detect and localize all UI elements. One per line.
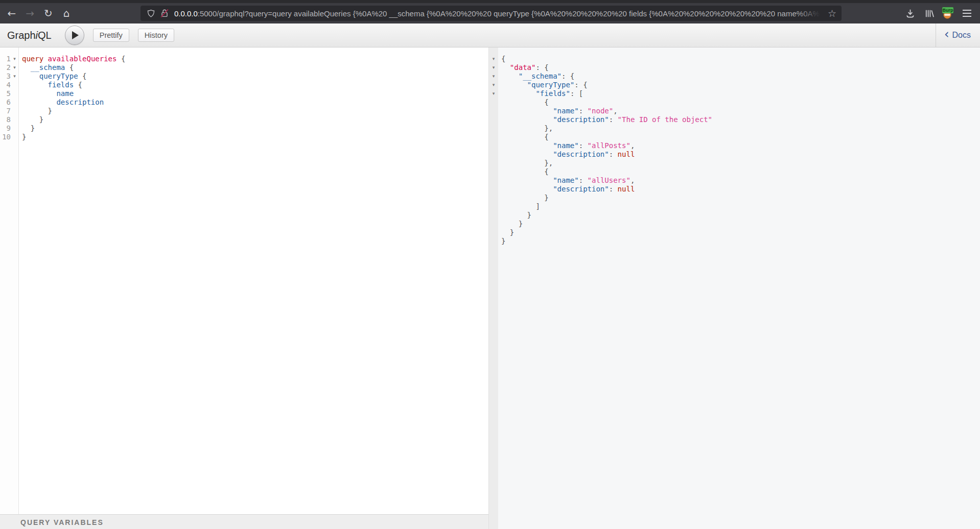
code-line: } [501,237,980,246]
gutter-row [489,167,498,176]
fold-spacer [490,220,498,228]
fold-spacer [490,237,498,246]
query-editor-pane[interactable]: 1▾2▾3▾45678910 query availableQueries { … [0,47,489,529]
code-line: } [501,220,980,228]
fold-spacer [490,98,498,107]
gutter-row [489,202,498,211]
browser-toolbar: ← → ↻ ⌂ 0.0.0.0:5000/graphql?query=query… [0,0,980,23]
fold-spacer [11,133,18,141]
code-line: "fields": [ [501,89,980,98]
code-line: ] [501,202,980,211]
gutter-row [489,194,498,202]
forward-icon[interactable]: → [25,7,36,19]
line-number: 7 [0,107,11,115]
gutter-row: ▾ [489,81,498,89]
query-editor[interactable]: 1▾2▾3▾45678910 query availableQueries { … [0,47,488,514]
fold-spacer [11,115,18,124]
play-icon [72,31,79,39]
burp-badge: Burp [942,7,953,13]
gutter-row: 1▾ [0,55,18,63]
result-code: { "data": { "__schema": { "queryType": {… [498,47,980,529]
fold-arrow-icon[interactable]: ▾ [490,63,498,72]
gutter-row: ▾ [489,63,498,72]
history-button[interactable]: History [138,29,174,42]
fold-spacer [490,115,498,124]
gutter-row: 5 [0,89,18,98]
line-number: 6 [0,98,11,107]
code-line: { [501,133,980,141]
fold-arrow-icon[interactable]: ▾ [11,55,18,63]
code-line: } [501,194,980,202]
editor-code[interactable]: query availableQueries { __schema { quer… [19,47,488,514]
gutter-row: 3▾ [0,72,18,81]
fold-arrow-icon[interactable]: ▾ [490,72,498,81]
code-line: "data": { [501,63,980,72]
insecure-lock-icon[interactable] [159,8,170,19]
fold-spacer [11,124,18,133]
docs-button[interactable]: ‹ Docs [936,23,980,47]
gutter-row: 7 [0,107,18,115]
query-variables-bar[interactable]: QUERY VARIABLES [0,514,488,529]
code-line: "description": "The ID of the object" [501,115,980,124]
code-line: { [501,167,980,176]
code-line: } [22,107,488,115]
burp-goggles [944,14,950,16]
fold-arrow-icon[interactable]: ▾ [490,81,498,89]
fold-spacer [11,107,18,115]
chevron-left-icon: ‹ [944,28,949,40]
menu-icon[interactable] [961,7,972,19]
gutter-row: 2▾ [0,63,18,72]
fold-spacer [490,107,498,115]
download-icon[interactable] [904,7,916,19]
home-icon[interactable]: ⌂ [61,7,72,19]
fold-spacer [490,176,498,185]
library-icon[interactable] [923,7,935,19]
reload-icon[interactable]: ↻ [42,7,54,19]
url-text[interactable]: 0.0.0.0:5000/graphql?query=query availab… [174,9,825,18]
gutter-row [489,185,498,194]
code-line: fields { [22,81,488,89]
url-bar[interactable]: 0.0.0.0:5000/graphql?query=query availab… [141,6,842,21]
bookmark-star-icon[interactable]: ☆ [828,8,836,19]
gutter-row [489,150,498,159]
gutter-row [489,124,498,133]
shield-icon[interactable] [146,8,157,19]
execute-query-button[interactable] [65,26,84,45]
fold-spacer [490,185,498,194]
fold-arrow-icon[interactable]: ▾ [11,72,18,81]
url-domain: 0.0.0.0 [174,9,198,18]
gutter-row [489,176,498,185]
fold-arrow-icon[interactable]: ▾ [11,63,18,72]
prettify-button[interactable]: Prettify [93,29,129,42]
gutter-row [489,141,498,150]
fold-spacer [490,167,498,176]
gutter-row [489,98,498,107]
code-line: { [501,98,980,107]
back-icon[interactable]: ← [6,7,17,19]
graphiql-main: 1▾2▾3▾45678910 query availableQueries { … [0,47,980,529]
fold-spacer [11,89,18,98]
code-line: "__schema": { [501,72,980,81]
burp-extension-icon[interactable]: Burp [942,8,953,19]
fold-arrow-icon[interactable]: ▾ [490,55,498,63]
gutter-row: 6 [0,98,18,107]
fold-spacer [490,141,498,150]
fold-spacer [11,81,18,89]
code-line: queryType { [22,72,488,81]
gutter-row [489,133,498,141]
fold-arrow-icon[interactable]: ▾ [490,89,498,98]
code-line: }, [501,124,980,133]
code-line: } [22,115,488,124]
code-line: name [22,89,488,98]
code-line: } [22,133,488,141]
code-line: "name": "node", [501,107,980,115]
gutter-row [489,228,498,237]
line-number: 3 [0,72,11,81]
code-line: } [22,124,488,133]
fold-spacer [11,98,18,107]
line-number: 1 [0,55,11,63]
code-line: description [22,98,488,107]
editor-gutter: 1▾2▾3▾45678910 [0,47,19,514]
line-number: 2 [0,63,11,72]
fold-spacer [490,228,498,237]
